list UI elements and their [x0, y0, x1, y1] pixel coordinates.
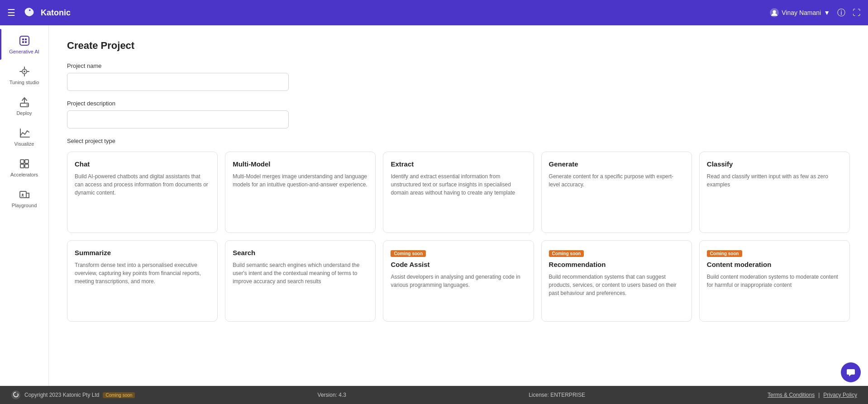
support-chat-button[interactable] [841, 362, 861, 382]
svg-point-0 [29, 10, 31, 11]
chat-bubble-icon [846, 367, 856, 377]
card-multi-model-title: Multi-Model [233, 160, 368, 168]
cards-row-2: Summarize Transform dense text into a pe… [67, 240, 850, 322]
layout: Generative AI Tuning studio Deploy [0, 25, 868, 386]
sidebar-accelerators-label: Accelerators [10, 172, 38, 177]
menu-icon[interactable]: ☰ [7, 7, 15, 18]
card-summarize-desc: Transform dense text into a personalised… [75, 261, 210, 285]
footer-license: License: ENTERPRISE [529, 392, 585, 398]
svg-rect-3 [20, 36, 29, 45]
footer-left: Copyright 2023 Katonic Pty Ltd Coming so… [11, 390, 135, 400]
card-extract-title: Extract [391, 160, 526, 168]
card-classify-title: Classify [707, 160, 842, 168]
card-extract[interactable]: Extract Identify and extract essential i… [383, 152, 534, 233]
svg-point-15 [26, 105, 28, 106]
card-extract-desc: Identify and extract essential informati… [391, 172, 526, 197]
playground-icon [18, 188, 31, 201]
footer-privacy-link[interactable]: Privacy Policy [823, 392, 857, 398]
sidebar-playground-label: Playground [12, 203, 37, 208]
card-generate[interactable]: Generate Generate content for a specific… [541, 152, 692, 233]
project-name-input[interactable] [67, 73, 289, 91]
footer-logo-icon [11, 390, 21, 400]
card-search[interactable]: Search Build semantic search engines whi… [225, 240, 376, 322]
fullscreen-icon[interactable]: ⛶ [853, 8, 861, 18]
footer-copyright: Copyright 2023 Katonic Pty Ltd [24, 392, 99, 398]
cards-row-1: Chat Build AI-powered chatbots and digit… [67, 152, 850, 233]
code-assist-coming-soon-badge: Coming soon [391, 250, 426, 257]
sidebar-item-deploy[interactable]: Deploy [0, 90, 48, 121]
card-classify[interactable]: Classify Read and classify written input… [699, 152, 850, 233]
help-icon[interactable]: ⓘ [837, 7, 845, 18]
user-menu[interactable]: Vinay Namani ▼ [770, 8, 830, 17]
svg-rect-17 [25, 160, 29, 163]
card-code-assist[interactable]: Coming soon Code Assist Assist developer… [383, 240, 534, 322]
svg-rect-4 [22, 38, 24, 40]
topnav-left: ☰ Katonic [7, 5, 71, 21]
card-recommendation-desc: Build recommendation systems that can su… [549, 273, 684, 297]
card-multi-model-desc: Multi-Model merges image understanding a… [233, 172, 368, 189]
card-chat-title: Chat [75, 160, 210, 168]
svg-point-2 [773, 10, 776, 14]
svg-point-22 [11, 390, 20, 399]
sidebar-item-tuning-studio[interactable]: Tuning studio [0, 60, 48, 90]
logo: Katonic [21, 5, 71, 21]
card-multi-model[interactable]: Multi-Model Multi-Model merges image und… [225, 152, 376, 233]
project-name-label: Project name [67, 62, 850, 69]
sidebar-item-generative-ai[interactable]: Generative AI [0, 29, 48, 60]
logo-icon [21, 5, 37, 21]
footer-terms-link[interactable]: Terms & Conditions [768, 392, 815, 398]
footer: Copyright 2023 Katonic Pty Ltd Coming so… [0, 386, 868, 404]
card-recommendation[interactable]: Coming soon Recommendation Build recomme… [541, 240, 692, 322]
accelerators-icon [18, 157, 31, 170]
recommendation-coming-soon-badge: Coming soon [549, 250, 584, 257]
svg-point-9 [24, 71, 25, 72]
card-generate-title: Generate [549, 160, 684, 168]
card-chat[interactable]: Chat Build AI-powered chatbots and digit… [67, 152, 218, 233]
card-search-desc: Build semantic search engines which unde… [233, 261, 368, 285]
footer-version: Version: 4.3 [318, 392, 346, 398]
sidebar-visualize-label: Visualize [14, 141, 34, 147]
sidebar-item-accelerators[interactable]: Accelerators [0, 152, 48, 183]
svg-rect-6 [22, 41, 24, 43]
topnav-right: Vinay Namani ▼ ⓘ ⛶ [770, 7, 861, 18]
footer-coming-soon-badge: Coming soon [103, 392, 135, 398]
sidebar-item-visualize[interactable]: Visualize [0, 121, 48, 152]
card-generate-desc: Generate content for a specific purpose … [549, 172, 684, 189]
logo-text: Katonic [41, 8, 71, 18]
svg-rect-7 [25, 41, 27, 43]
generative-ai-icon [18, 34, 31, 47]
topnav: ☰ Katonic Vinay Namani ▼ ⓘ ⛶ [0, 0, 868, 25]
card-content-moderation-desc: Build content moderation systems to mode… [707, 273, 842, 289]
footer-right: Terms & Conditions | Privacy Policy [768, 392, 857, 398]
content-moderation-coming-soon-badge: Coming soon [707, 250, 742, 257]
card-content-moderation-title: Content moderation [707, 261, 842, 268]
card-summarize-title: Summarize [75, 249, 210, 257]
project-desc-input[interactable] [67, 110, 289, 128]
user-chevron-icon: ▼ [824, 9, 830, 16]
svg-rect-5 [25, 38, 27, 40]
svg-rect-16 [20, 160, 24, 163]
sidebar-deploy-label: Deploy [16, 110, 32, 116]
main-content: Create Project Project name Project desc… [49, 25, 868, 386]
sidebar-generative-ai-label: Generative AI [9, 49, 39, 54]
project-desc-label: Project description [67, 100, 850, 107]
page-title: Create Project [67, 40, 850, 52]
card-code-assist-desc: Assist developers in analysing and gener… [391, 273, 526, 289]
card-search-title: Search [233, 249, 368, 257]
svg-rect-19 [25, 164, 29, 168]
sidebar-tuning-studio-label: Tuning studio [10, 80, 39, 85]
user-avatar-icon [770, 8, 779, 17]
select-project-type-label: Select project type [67, 138, 850, 144]
card-summarize[interactable]: Summarize Transform dense text into a pe… [67, 240, 218, 322]
card-recommendation-title: Recommendation [549, 261, 684, 268]
deploy-icon [18, 96, 31, 109]
card-chat-desc: Build AI-powered chatbots and digital as… [75, 172, 210, 197]
card-classify-desc: Read and classify written input with as … [707, 172, 842, 189]
tuning-studio-icon [18, 65, 31, 78]
visualize-icon [18, 127, 31, 139]
user-name: Vinay Namani [782, 9, 821, 16]
sidebar-item-playground[interactable]: Playground [0, 183, 48, 214]
card-content-moderation[interactable]: Coming soon Content moderation Build con… [699, 240, 850, 322]
card-code-assist-title: Code Assist [391, 261, 526, 268]
sidebar: Generative AI Tuning studio Deploy [0, 25, 49, 386]
